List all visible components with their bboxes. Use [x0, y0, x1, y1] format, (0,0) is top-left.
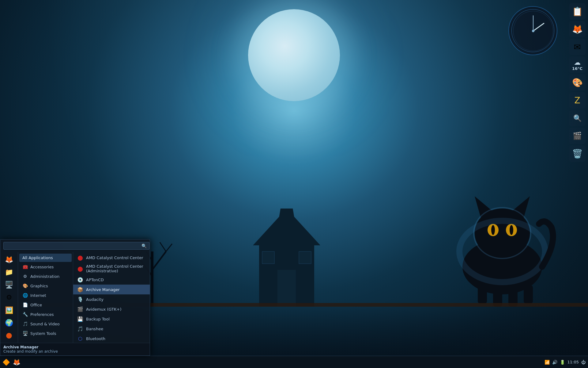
category-system-tools[interactable]: 🖥️ System Tools: [19, 329, 72, 338]
menu-dock-globe[interactable]: 🌍: [2, 317, 16, 329]
app-bluetooth[interactable]: ⬡ Bluetooth: [73, 334, 150, 343]
app-banshee[interactable]: 🎵 Banshee: [73, 324, 150, 334]
category-sound-video[interactable]: 🎵 Sound & Video: [19, 319, 72, 328]
app-amd-control-admin[interactable]: ⬤ AMD Catalyst Control Center (Administr…: [73, 263, 150, 275]
weather-temp: 16°C: [572, 66, 582, 71]
category-office[interactable]: 📄 Office: [19, 300, 72, 309]
search-input[interactable]: [3, 242, 149, 250]
dock-file-manager[interactable]: 📋: [569, 3, 586, 20]
footer-description: Create and modify an archive: [3, 349, 147, 354]
svg-rect-26: [524, 285, 533, 304]
dock-multimedia[interactable]: 🎬: [569, 128, 586, 144]
audacity-icon: 🎙️: [77, 296, 84, 303]
cat-silhouette: [441, 181, 557, 310]
haunted-house: [253, 209, 320, 307]
taskbar-firefox[interactable]: 🦊: [12, 357, 21, 367]
taskbar-indicator-battery[interactable]: 🔋: [560, 360, 565, 365]
svg-rect-3: [262, 251, 274, 264]
svg-line-8: [152, 251, 166, 270]
svg-line-29: [533, 23, 544, 31]
app-aptoncd[interactable]: 💿 APTonCD: [73, 275, 150, 285]
taskbar-menu-button[interactable]: 🔶: [1, 357, 11, 367]
accessories-icon: 🧰: [22, 264, 28, 270]
app-avidemux[interactable]: 🎬 Avidemux (GTK+): [73, 304, 150, 314]
system-tools-icon: 🖥️: [22, 331, 28, 336]
graphics-icon: 🎨: [22, 283, 28, 289]
bluetooth-icon: ⬡: [77, 335, 84, 342]
category-internet[interactable]: 🌐 Internet: [19, 291, 72, 300]
moon-decoration: [248, 9, 340, 101]
svg-rect-4: [299, 251, 311, 264]
category-accessories[interactable]: 🧰 Accessories: [19, 262, 72, 271]
sound-video-icon: 🎵: [22, 321, 28, 327]
aptoncd-icon: 💿: [77, 276, 84, 283]
menu-dock-terminal[interactable]: 🖥️: [2, 279, 16, 291]
menu-footer: Archive Manager Create and modify an arc…: [0, 343, 150, 355]
menu-left-dock: 🦊 📁 🖥️ ⚙️ 🖼️ 🌍 ●: [0, 252, 18, 343]
banshee-icon: 🎵: [77, 325, 84, 332]
app-backup-tool[interactable]: 💾 Backup Tool: [73, 314, 150, 324]
menu-dock-ubuntu[interactable]: ●: [2, 329, 16, 341]
svg-point-31: [532, 30, 534, 32]
app-amd-control[interactable]: ⬤ AMD Catalyst Control Center: [73, 253, 150, 263]
app-menu: 🔍 🦊 📁 🖥️ ⚙️ 🖼️ 🌍 ● All Applications 🧰 Ac…: [0, 239, 150, 356]
taskbar-power[interactable]: ⏻: [581, 360, 586, 365]
dock-search[interactable]: 🔍: [569, 110, 586, 126]
amd-control-admin-icon: ⬤: [77, 265, 84, 272]
taskbar-indicator-sound[interactable]: 🔊: [552, 360, 557, 365]
footer-app-name: Archive Manager: [3, 345, 147, 349]
svg-rect-23: [478, 285, 487, 304]
clock-face: [511, 9, 554, 52]
svg-marker-5: [277, 209, 296, 227]
app-archive-manager[interactable]: 📦 Archive Manager: [73, 285, 150, 294]
category-administration[interactable]: ⚙️ Administration: [19, 272, 72, 281]
taskbar-time[interactable]: 11:05: [567, 360, 579, 364]
menu-dock-firefox[interactable]: 🦊: [2, 254, 16, 266]
clock-widget[interactable]: [508, 6, 557, 55]
preferences-icon: 🔧: [22, 312, 28, 317]
menu-dock-photos[interactable]: 🖼️: [2, 304, 16, 316]
search-bar: 🔍: [0, 240, 150, 252]
apps-panel: ⬤ AMD Catalyst Control Center ⬤ AMD Cata…: [73, 252, 150, 343]
taskbar-indicator-network[interactable]: 📶: [545, 360, 550, 365]
office-icon: 📄: [22, 302, 28, 308]
categories-panel: All Applications 🧰 Accessories ⚙️ Admini…: [18, 252, 73, 343]
dock-zim[interactable]: Z: [569, 92, 586, 109]
taskbar: 🔶 🦊 📶 🔊 🔋 11:05 ⏻: [0, 356, 588, 368]
avidemux-icon: 🎬: [77, 306, 84, 312]
category-all-applications[interactable]: All Applications: [19, 254, 72, 262]
svg-point-20: [491, 225, 495, 235]
administration-icon: ⚙️: [22, 274, 28, 279]
dock-mail[interactable]: ✉️: [569, 39, 586, 55]
svg-line-11: [160, 242, 166, 251]
category-preferences[interactable]: 🔧 Preferences: [19, 310, 72, 319]
menu-dock-files[interactable]: 📁: [2, 266, 16, 278]
category-graphics[interactable]: 🎨 Graphics: [19, 281, 72, 290]
svg-line-12: [166, 244, 172, 251]
dock-color[interactable]: 🎨: [569, 74, 586, 91]
right-dock: 📋 🦊 ✉️ ☁️ 16°C 🎨 Z 🔍 🎬 🗑️: [567, 0, 588, 356]
taskbar-right: 📶 🔊 🔋 11:05 ⏻: [542, 360, 588, 365]
svg-point-21: [510, 225, 513, 235]
menu-dock-settings[interactable]: ⚙️: [2, 291, 16, 303]
taskbar-left: 🔶 🦊: [0, 357, 23, 367]
internet-icon: 🌐: [22, 293, 28, 298]
dock-firefox[interactable]: 🦊: [569, 21, 586, 37]
dock-trash[interactable]: 🗑️: [569, 145, 586, 162]
backup-tool-icon: 💾: [77, 316, 84, 322]
amd-control-icon: ⬤: [77, 254, 84, 261]
app-audacity[interactable]: 🎙️ Audacity: [73, 294, 150, 304]
menu-content: 🦊 📁 🖥️ ⚙️ 🖼️ 🌍 ● All Applications 🧰 Acce…: [0, 252, 150, 343]
dock-weather[interactable]: ☁️ 16°C: [569, 56, 586, 73]
svg-rect-2: [277, 270, 296, 307]
archive-manager-icon: 📦: [77, 286, 84, 293]
